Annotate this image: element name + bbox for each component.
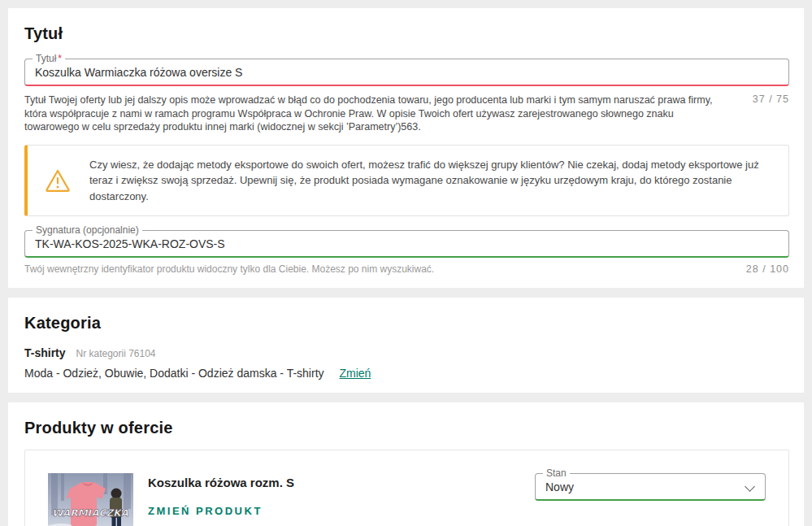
title-char-counter: 37 / 75 [753, 93, 789, 105]
export-warning-banner: Czy wiesz, że dodając metody eksportowe … [24, 145, 789, 217]
category-path-row: Moda - Odzież, Obuwie, Dodatki - Odzież … [24, 367, 789, 380]
title-section: Tytuł Tytuł* Tytuł Twojej oferty lub jej… [8, 8, 804, 288]
signature-char-counter: 28 / 100 [746, 263, 789, 275]
signature-help-row: Twój wewnętrzny identyfikator produktu w… [24, 263, 789, 275]
category-section: Kategoria T-shirty Nr kategorii 76104 Mo… [8, 298, 804, 393]
category-number: Nr kategorii 76104 [76, 348, 155, 359]
category-change-link[interactable]: Zmień [339, 367, 371, 380]
title-field[interactable]: Tytuł* [24, 59, 789, 86]
condition-select-value: Nowy [536, 474, 765, 499]
category-section-heading: Kategoria [24, 314, 789, 333]
export-warning-text: Czy wiesz, że dodając metody eksportowe … [89, 157, 767, 205]
products-section: Produkty w ofercie [8, 402, 804, 526]
warning-triangle-icon [45, 168, 71, 193]
product-side-controls: Stan Nowy Wystawiam wiele sztuk produktu… [535, 473, 766, 526]
title-section-heading: Tytuł [24, 24, 789, 43]
title-field-label: Tytuł* [33, 53, 65, 64]
category-path: Moda - Odzież, Obuwie, Dodatki - Odzież … [24, 367, 324, 380]
signature-help-text: Twój wewnętrzny identyfikator produktu w… [24, 263, 709, 275]
signature-field[interactable]: Sygnatura (opcjonalnie) [24, 230, 789, 258]
title-input[interactable] [25, 59, 788, 85]
product-name: Koszulka różowa rozm. S [148, 476, 341, 489]
category-name-row: T-shirty Nr kategorii 76104 [24, 346, 789, 359]
title-error-row: Tytuł Twojej oferty lub jej dalszy opis … [24, 93, 789, 134]
product-image: WARMIACZKA [48, 473, 133, 526]
condition-select-label: Stan [543, 467, 570, 479]
tshirt-graffiti-text: WARMIACZKA [52, 507, 129, 519]
signature-field-label: Sygnatura (opcjonalnie) [33, 224, 142, 236]
product-info: Koszulka różowa rozm. S ZMIEŃ PRODUKT ZG… [148, 473, 341, 526]
products-section-heading: Produkty w ofercie [24, 419, 789, 437]
required-asterisk: * [58, 53, 62, 64]
product-card-body: WARMIACZKA Koszulka różowa rozm. S ZMIEŃ… [25, 450, 788, 526]
title-error-text: Tytuł Twojej oferty lub jej dalszy opis … [24, 93, 715, 134]
category-name: T-shirty [24, 346, 66, 359]
condition-select[interactable]: Stan Nowy [535, 473, 766, 501]
change-product-link[interactable]: ZMIEŃ PRODUKT [148, 505, 263, 517]
product-card: WARMIACZKA Koszulka różowa rozm. S ZMIEŃ… [24, 450, 789, 526]
